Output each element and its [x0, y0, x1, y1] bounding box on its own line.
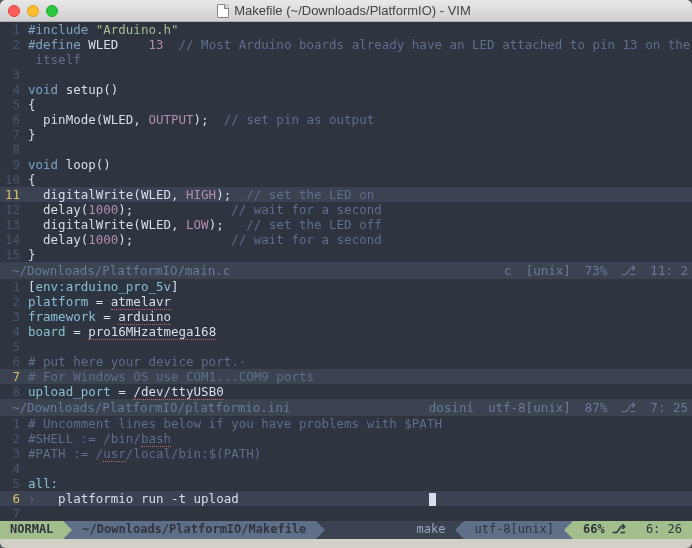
close-icon[interactable]: [8, 5, 20, 17]
branch-icon: ⎇: [612, 522, 626, 536]
cursor: [429, 493, 436, 506]
encoding: utf-8[unix]: [464, 521, 563, 539]
file-path: ~/Downloads/PlatformIO/Makefile: [72, 521, 316, 539]
pane-status-platformio-ini: ~/Downloads/PlatformIO/platformio.ini do…: [0, 399, 692, 416]
branch-icon: ⎇: [621, 263, 636, 278]
window-title: Makefile (~/Downloads/PlatformIO) - VIM: [58, 3, 630, 18]
branch-icon: ⎇: [621, 400, 636, 415]
current-line-gutter: 11: [0, 187, 28, 202]
titlebar[interactable]: Makefile (~/Downloads/PlatformIO) - VIM: [0, 0, 692, 22]
pane-status-main-c: ~/Downloads/PlatformIO/main.c c [unix] 7…: [0, 262, 692, 279]
app-window: Makefile (~/Downloads/PlatformIO) - VIM …: [0, 0, 692, 548]
traffic-lights: [8, 5, 58, 17]
mode-indicator: NORMAL: [0, 521, 63, 539]
zoom-icon[interactable]: [46, 5, 58, 17]
title-text: Makefile (~/Downloads/PlatformIO) - VIM: [234, 3, 471, 18]
cursor-position: 6: 26: [636, 521, 692, 539]
editor[interactable]: 1#include "Arduino.h" 2#define WLED 13 /…: [0, 22, 692, 521]
minimize-icon[interactable]: [27, 5, 39, 17]
document-icon: [217, 4, 229, 18]
statusbar: NORMAL ~/Downloads/PlatformIO/Makefile m…: [0, 521, 692, 539]
percent: 66% ⎇: [573, 521, 636, 539]
filetype: make: [407, 521, 456, 539]
